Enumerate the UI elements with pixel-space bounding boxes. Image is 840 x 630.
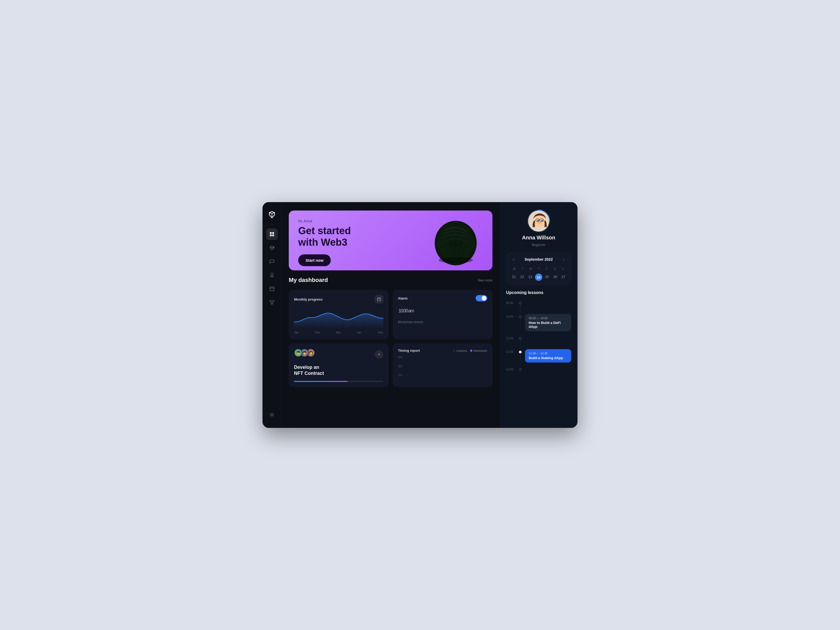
month-jan: Jan xyxy=(294,331,299,334)
timeline-row-1200: 12:00 11:30 — 12:30 Build a Staking dApp xyxy=(506,349,571,367)
svg-rect-0 xyxy=(270,232,272,234)
time-1000: 10:00 xyxy=(506,314,516,318)
calendar-nav: ‹ September 2022 › xyxy=(510,256,567,262)
timeline-line-1300 xyxy=(519,367,522,371)
timeline: 09:00 10:00 09:00 — 10:00 How to Buil xyxy=(506,300,571,381)
timing-legend: Lessons Homework xyxy=(453,349,487,352)
legend-lessons-dot xyxy=(453,350,455,352)
time-0900: 09:00 xyxy=(506,300,516,305)
timeline-dot-0900 xyxy=(519,302,522,305)
alarm-card: Alarm 10:00am Blockchain lesson xyxy=(393,290,493,339)
sidebar-item-calendar[interactable] xyxy=(266,283,278,295)
y-label-40: 40h xyxy=(398,356,403,358)
timeline-content-1300 xyxy=(525,367,571,371)
lesson-staking-name: Build a Staking dApp xyxy=(529,356,567,360)
timeline-vline-1000 xyxy=(520,318,521,326)
calendar-card: ‹ September 2022 › M T W T F S S 21 22 2… xyxy=(506,252,571,285)
timeline-dot-1300 xyxy=(519,368,522,371)
time-1300: 13:00 xyxy=(506,367,516,371)
sidebar-item-awards[interactable] xyxy=(266,269,278,281)
profile-name: Anna Willson xyxy=(522,235,555,241)
lesson-staking-time: 11:30 — 12:30 xyxy=(529,352,567,355)
sidebar xyxy=(262,202,281,428)
sidebar-item-inbox[interactable] xyxy=(266,297,278,308)
cal-day-26[interactable]: 26 xyxy=(551,273,559,281)
timeline-row-1100: 11:00 xyxy=(506,335,571,349)
timing-report-card: Timing report Lessons Homework xyxy=(393,343,493,387)
cal-day-24[interactable]: 24 xyxy=(535,273,542,281)
svg-point-15 xyxy=(537,220,538,221)
hero-banner: Hi, Anna Get started with Web3 Start now xyxy=(289,210,493,270)
profile-avatar xyxy=(528,210,549,232)
alarm-toggle[interactable] xyxy=(476,295,487,302)
timing-chart-area: 40h 20h 10h xyxy=(398,356,487,377)
calendar-days: 21 22 23 24 25 26 27 xyxy=(510,273,567,281)
cal-header-T1: T xyxy=(518,266,527,272)
sidebar-item-chat[interactable] xyxy=(266,256,278,267)
cal-header-W: W xyxy=(527,266,535,272)
profile-section: Anna Willson Beginner xyxy=(506,210,571,247)
monthly-progress-calendar-btn[interactable] xyxy=(375,295,383,303)
timeline-row-1000: 10:00 09:00 — 10:00 How to Build a DeFi … xyxy=(506,314,571,335)
cal-day-22[interactable]: 22 xyxy=(518,273,526,281)
sidebar-item-settings[interactable] xyxy=(266,409,278,420)
timeline-line-1100 xyxy=(519,335,522,347)
lesson-defi-time: 09:00 — 10:00 xyxy=(529,317,567,320)
time-1100: 11:00 xyxy=(506,335,516,339)
cal-header-S1: S xyxy=(551,266,559,272)
cal-day-25[interactable]: 25 xyxy=(543,273,551,281)
nft-progress-fill xyxy=(294,381,347,382)
month-may: May xyxy=(378,331,383,334)
calendar-prev-btn[interactable]: ‹ xyxy=(510,256,516,262)
sidebar-nav xyxy=(266,228,278,409)
monthly-progress-chart xyxy=(294,308,383,328)
main-content: Hi, Anna Get started with Web3 Start now xyxy=(281,202,500,428)
app-logo[interactable] xyxy=(267,210,277,220)
avatar-1: 👦 xyxy=(294,349,302,357)
cal-header-F: F xyxy=(543,266,551,272)
dashboard-grid: Monthly progress xyxy=(289,290,493,387)
calendar-next-btn[interactable]: › xyxy=(561,256,567,262)
cal-day-21[interactable]: 21 xyxy=(510,273,517,281)
cal-day-27[interactable]: 27 xyxy=(560,273,567,281)
see-more-link[interactable]: See more xyxy=(478,278,493,282)
calendar-day-headers: M T W T F S S xyxy=(510,266,567,272)
nft-favorite-btn[interactable]: ♥ xyxy=(375,350,383,358)
dashboard-header: My dashboard See more xyxy=(289,277,493,284)
bar-chart xyxy=(404,356,418,377)
upcoming-title: Upcoming lessons xyxy=(506,291,571,295)
timeline-line-1200 xyxy=(519,349,522,361)
nft-title: Develop an NFT Contract xyxy=(294,364,383,377)
timing-label: Timing report xyxy=(398,349,420,352)
lesson-card-staking[interactable]: 11:30 — 12:30 Build a Staking dApp xyxy=(525,349,571,363)
bar-y-labels: 40h 20h 10h xyxy=(398,356,403,377)
nft-progress-bg xyxy=(294,381,383,382)
svg-rect-5 xyxy=(270,287,274,291)
timeline-row-1300: 13:00 xyxy=(506,367,571,381)
cal-header-S2: S xyxy=(559,266,567,272)
monthly-progress-header: Monthly progress xyxy=(294,295,383,303)
sidebar-item-courses[interactable] xyxy=(266,242,278,254)
timeline-line-0900 xyxy=(519,300,522,313)
month-feb: Feb xyxy=(315,331,320,334)
sidebar-item-dashboard[interactable] xyxy=(266,228,278,240)
time-1200: 12:00 xyxy=(506,349,516,353)
svg-rect-2 xyxy=(270,234,272,236)
y-label-10: 10h xyxy=(398,374,403,377)
monthly-progress-card: Monthly progress xyxy=(289,290,388,339)
right-panel: Anna Willson Beginner ‹ September 2022 ›… xyxy=(500,202,578,428)
timeline-content-1200: 11:30 — 12:30 Build a Staking dApp xyxy=(525,349,571,367)
svg-point-16 xyxy=(541,220,543,221)
alarm-time: 10:00am xyxy=(398,306,487,319)
start-now-button[interactable]: Start now xyxy=(298,254,331,266)
dashboard-title: My dashboard xyxy=(289,277,328,284)
cal-day-23[interactable]: 23 xyxy=(527,273,534,281)
lesson-card-defi[interactable]: 09:00 — 10:00 How to Build a DeFi dApp xyxy=(525,314,571,331)
alarm-subtitle: Blockchain lesson xyxy=(398,320,487,324)
profile-avatar-ring xyxy=(527,210,550,232)
timeline-dot-1200 xyxy=(519,351,522,353)
month-apr: Apr xyxy=(357,331,362,334)
profile-level: Beginner xyxy=(532,243,545,247)
timeline-vline-0900 xyxy=(520,305,521,313)
timeline-dot-1100 xyxy=(519,337,522,339)
